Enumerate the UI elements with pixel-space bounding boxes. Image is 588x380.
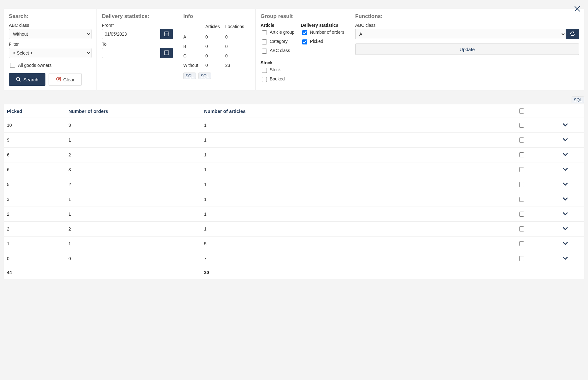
table-row: 631 bbox=[4, 162, 584, 177]
article-head: Article bbox=[261, 23, 295, 28]
group-delivery-checkbox[interactable] bbox=[302, 30, 307, 35]
cell-articles: 1 bbox=[201, 118, 515, 133]
info-row: C00 bbox=[183, 51, 250, 61]
svg-rect-9 bbox=[166, 34, 167, 34]
cell-orders: 1 bbox=[65, 133, 201, 148]
select-all-checkbox[interactable] bbox=[519, 108, 524, 114]
to-date-input[interactable] bbox=[102, 48, 160, 58]
col-header-articles[interactable]: Number of articles bbox=[201, 104, 515, 118]
row-checkbox[interactable] bbox=[519, 167, 524, 172]
update-button[interactable]: Update bbox=[355, 44, 579, 55]
panel-delivery: Delivery statistics: From* To bbox=[97, 9, 178, 90]
cell-articles: 1 bbox=[201, 207, 515, 222]
row-checkbox[interactable] bbox=[519, 226, 524, 231]
cell-articles: 1 bbox=[201, 162, 515, 177]
svg-line-3 bbox=[19, 80, 21, 81]
info-row-locations: 0 bbox=[225, 42, 250, 51]
svg-rect-10 bbox=[168, 34, 168, 34]
chevron-down-icon[interactable] bbox=[562, 241, 568, 246]
chevron-down-icon[interactable] bbox=[562, 152, 568, 157]
group-article-checkbox[interactable] bbox=[262, 39, 267, 44]
cell-orders: 3 bbox=[65, 162, 201, 177]
refresh-button[interactable] bbox=[566, 29, 579, 39]
cell-orders: 1 bbox=[65, 237, 201, 251]
row-checkbox[interactable] bbox=[519, 197, 524, 202]
row-checkbox[interactable] bbox=[519, 182, 524, 187]
row-checkbox[interactable] bbox=[519, 137, 524, 143]
svg-rect-15 bbox=[168, 53, 168, 53]
cell-picked: 3 bbox=[4, 192, 65, 207]
col-header-orders[interactable]: Number of orders bbox=[65, 104, 201, 118]
results-sql-badge[interactable]: SQL bbox=[572, 96, 584, 103]
functions-title: Functions: bbox=[355, 13, 579, 20]
info-row-locations: 23 bbox=[225, 61, 250, 70]
calendar-icon bbox=[164, 50, 169, 56]
all-goods-checkbox[interactable] bbox=[10, 63, 15, 68]
delivery-title: Delivery statistics: bbox=[102, 13, 173, 20]
info-row-locations: 0 bbox=[225, 32, 250, 42]
total-articles: 20 bbox=[201, 266, 515, 279]
cell-articles: 7 bbox=[201, 251, 515, 266]
filter-panels: Search: ABC class Without Filter < Selec… bbox=[4, 9, 584, 90]
info-row: A00 bbox=[183, 32, 250, 42]
chevron-down-icon[interactable] bbox=[562, 182, 568, 187]
group-stock-checkbox[interactable] bbox=[262, 77, 267, 82]
group-article-checkbox[interactable] bbox=[262, 30, 267, 35]
table-row: 621 bbox=[4, 148, 584, 162]
svg-rect-8 bbox=[165, 34, 166, 34]
group-delivery-item: Number of orders bbox=[301, 30, 344, 36]
cell-orders: 0 bbox=[65, 251, 201, 266]
row-checkbox[interactable] bbox=[519, 241, 524, 246]
cell-picked: 10 bbox=[4, 118, 65, 133]
cell-orders: 1 bbox=[65, 192, 201, 207]
cell-picked: 6 bbox=[4, 162, 65, 177]
to-date-picker-button[interactable] bbox=[160, 48, 173, 58]
sql-badge-1[interactable]: SQL bbox=[183, 73, 196, 79]
group-article-checkbox[interactable] bbox=[262, 49, 267, 54]
info-col-articles: Articles bbox=[205, 23, 225, 32]
chevron-down-icon[interactable] bbox=[562, 212, 568, 217]
functions-abc-label: ABC class bbox=[355, 23, 579, 28]
row-checkbox[interactable] bbox=[519, 256, 524, 261]
row-checkbox[interactable] bbox=[519, 212, 524, 217]
group-stock-checkbox[interactable] bbox=[262, 68, 267, 73]
from-label: From* bbox=[102, 23, 173, 28]
panel-search: Search: ABC class Without Filter < Selec… bbox=[4, 9, 97, 90]
chevron-down-icon[interactable] bbox=[562, 256, 568, 261]
filter-select[interactable]: < Select > bbox=[9, 48, 91, 58]
cell-orders: 2 bbox=[65, 222, 201, 237]
cell-orders: 3 bbox=[65, 118, 201, 133]
search-button[interactable]: Search bbox=[9, 73, 45, 86]
clear-button[interactable]: Clear bbox=[49, 73, 82, 86]
svg-rect-13 bbox=[165, 53, 166, 53]
chevron-down-icon[interactable] bbox=[562, 137, 568, 143]
filter-label: Filter bbox=[9, 42, 91, 47]
delivery-stats-head: Delivery statistics bbox=[301, 23, 344, 28]
row-checkbox[interactable] bbox=[519, 152, 524, 157]
table-row: 221 bbox=[4, 222, 584, 237]
info-row-articles: 0 bbox=[205, 32, 225, 42]
cell-picked: 2 bbox=[4, 207, 65, 222]
table-row: 311 bbox=[4, 192, 584, 207]
chevron-down-icon[interactable] bbox=[562, 226, 568, 231]
functions-abc-select[interactable]: A bbox=[355, 29, 566, 39]
sql-badge-2[interactable]: SQL bbox=[198, 73, 211, 79]
col-header-picked[interactable]: Picked bbox=[4, 104, 65, 118]
abc-class-select[interactable]: Without bbox=[9, 29, 91, 39]
cell-orders: 2 bbox=[65, 148, 201, 162]
stock-head: Stock bbox=[261, 60, 295, 65]
info-title: Info bbox=[183, 13, 250, 20]
table-row: 911 bbox=[4, 133, 584, 148]
chevron-down-icon[interactable] bbox=[562, 197, 568, 202]
info-row-articles: 0 bbox=[205, 51, 225, 61]
chevron-down-icon[interactable] bbox=[562, 167, 568, 172]
cell-picked: 1 bbox=[4, 237, 65, 251]
from-date-input[interactable] bbox=[102, 29, 160, 39]
cell-picked: 9 bbox=[4, 133, 65, 148]
chevron-down-icon[interactable] bbox=[562, 123, 568, 128]
from-date-picker-button[interactable] bbox=[160, 29, 173, 39]
group-delivery-checkbox[interactable] bbox=[302, 39, 307, 44]
row-checkbox[interactable] bbox=[519, 123, 524, 128]
info-row-locations: 0 bbox=[225, 51, 250, 61]
close-icon[interactable] bbox=[574, 6, 580, 13]
